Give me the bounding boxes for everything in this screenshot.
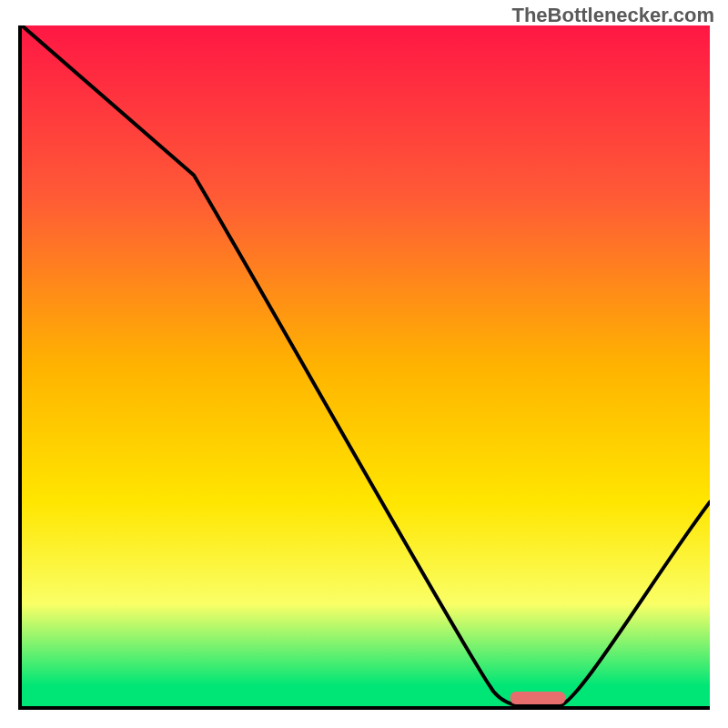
- chart-container: TheBottlenecker.com: [0, 0, 728, 728]
- optimal-marker: [511, 692, 565, 704]
- plot-area: [18, 25, 710, 710]
- watermark-text: TheBottlenecker.com: [511, 4, 714, 27]
- bottleneck-curve: [22, 25, 710, 706]
- curve-overlay: [22, 25, 710, 706]
